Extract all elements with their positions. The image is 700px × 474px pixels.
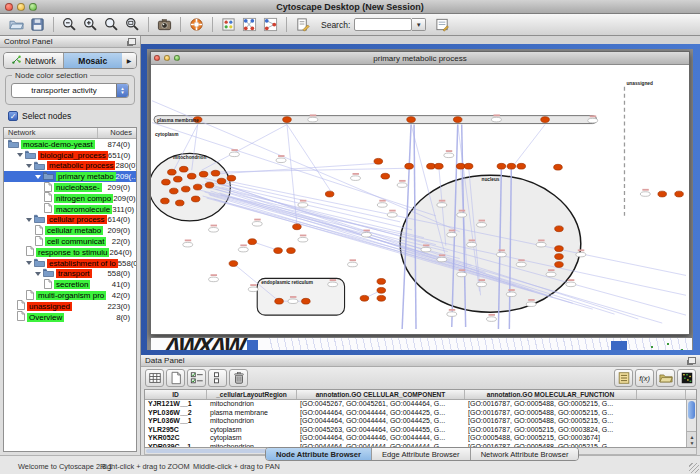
network-node-unselected[interactable] (209, 227, 219, 232)
network-node[interactable] (174, 176, 183, 182)
disclosure-triangle-icon[interactable] (26, 218, 32, 222)
network-node-unselected[interactable] (491, 117, 501, 122)
network-node-unselected[interactable] (457, 272, 467, 277)
network-node[interactable] (377, 287, 386, 293)
network-node[interactable] (161, 198, 170, 204)
network-node-unselected[interactable] (252, 222, 262, 227)
network-node-unselected[interactable] (576, 252, 586, 257)
tree-row-unassigned[interactable]: unassigned223(0) (4, 301, 136, 312)
network-node-unselected[interactable] (447, 312, 457, 317)
network-node[interactable] (675, 191, 684, 197)
network-node[interactable] (325, 191, 334, 197)
network-node[interactable] (453, 117, 462, 123)
network-node-unselected[interactable] (526, 302, 536, 307)
close-button[interactable] (5, 3, 13, 11)
network-node-unselected[interactable] (276, 158, 286, 163)
network-node-unselected[interactable] (308, 117, 318, 122)
network-node-unselected[interactable] (536, 242, 546, 247)
tab-network-attribute-browser[interactable]: Network Attribute Browser (471, 448, 579, 460)
tree-row-nucleobase-[interactable]: nucleobase-209(0) (4, 182, 136, 193)
network-node[interactable] (217, 178, 226, 184)
network-canvas[interactable]: plasma membranecytoplasmmitochondrionnuc… (151, 65, 689, 333)
layout-a-button[interactable] (239, 15, 260, 34)
table-column-header[interactable]: ID (145, 390, 207, 399)
network-node-unselected[interactable] (209, 277, 219, 282)
network-node-unselected[interactable] (640, 192, 650, 197)
tree-row-establishment-of-lo[interactable]: establishment of lo558(0) (4, 258, 136, 269)
matrix-button[interactable] (677, 369, 696, 387)
network-node[interactable] (507, 163, 516, 169)
network-node-unselected[interactable] (487, 317, 497, 322)
network-node-unselected[interactable] (447, 232, 457, 237)
network-node-unselected[interactable] (477, 223, 487, 228)
table-button[interactable] (145, 369, 164, 387)
float-data-panel-icon[interactable] (688, 357, 696, 364)
network-node-unselected[interactable] (248, 287, 258, 292)
background-window-strip[interactable]: ΛW̯XΛW (151, 337, 692, 350)
snapshot-button[interactable] (154, 15, 175, 34)
network-node[interactable] (211, 170, 220, 176)
network-node[interactable] (191, 196, 200, 202)
tree-column-network[interactable]: Network (4, 128, 98, 138)
vizmapper-button[interactable] (218, 15, 239, 34)
tree-column-nodes[interactable]: Nodes (98, 128, 136, 138)
network-node[interactable] (162, 179, 171, 185)
attribute-list-button[interactable] (614, 369, 633, 387)
network-node[interactable] (555, 262, 564, 268)
network-node[interactable] (287, 248, 296, 254)
network-node[interactable] (658, 191, 667, 197)
zoom-selected-button[interactable] (101, 15, 122, 34)
network-node-unselected[interactable] (437, 203, 447, 208)
network-node-unselected[interactable] (588, 118, 598, 123)
network-node-unselected[interactable] (397, 183, 407, 188)
network-node[interactable] (464, 163, 473, 169)
network-node-unselected[interactable] (496, 252, 506, 257)
network-node[interactable] (205, 182, 214, 188)
network-node[interactable] (168, 169, 177, 175)
network-node[interactable] (456, 163, 465, 169)
new-doc-button[interactable] (166, 369, 185, 387)
network-node-unselected[interactable] (298, 203, 308, 208)
tree-row-nitrogen-compo[interactable]: nitrogen compo209(0) (4, 193, 136, 204)
delete-attribute-button[interactable] (229, 369, 248, 387)
network-node[interactable] (275, 298, 284, 304)
network-node[interactable] (274, 248, 283, 254)
unselect-attributes-button[interactable] (208, 369, 227, 387)
network-node[interactable] (374, 158, 383, 164)
network-node[interactable] (248, 239, 257, 245)
network-zoom-button[interactable] (174, 55, 180, 61)
search-dropdown-button[interactable]: ▼ (412, 18, 426, 31)
network-node-unselected[interactable] (298, 237, 308, 242)
tree-row-cellular-process[interactable]: cellular process614(0) (4, 215, 136, 226)
table-row[interactable]: YKR052Ccytoplasm[GO:0044464, GO:0044446,… (145, 434, 696, 443)
network-node[interactable] (427, 163, 436, 169)
tree-row-primary-metabo[interactable]: primary metabo209(... (4, 171, 136, 182)
tab-edge-attribute-browser[interactable]: Edge Attribute Browser (372, 448, 471, 460)
table-row[interactable]: YJR121W__1mitochondrion[GO:0045267, GO:0… (145, 400, 696, 409)
network-node[interactable] (555, 226, 564, 232)
tree-row-secretion[interactable]: secretion41(0) (4, 279, 136, 290)
network-node[interactable] (555, 254, 564, 260)
table-column-header[interactable]: _cellularLayoutRegion (207, 390, 297, 399)
save-button[interactable] (27, 15, 48, 34)
network-node-unselected[interactable] (444, 153, 454, 158)
network-node[interactable] (517, 163, 526, 169)
layout-b-button[interactable] (260, 15, 281, 34)
network-node-unselected[interactable] (566, 282, 576, 287)
network-node-unselected[interactable] (467, 242, 477, 247)
disclosure-triangle-icon[interactable] (35, 175, 41, 179)
network-node[interactable] (283, 117, 292, 123)
network-node-unselected[interactable] (238, 247, 248, 252)
minimize-button[interactable] (17, 3, 25, 11)
network-node[interactable] (381, 173, 390, 179)
table-vertical-scrollbar[interactable]: ▲▼ (686, 400, 696, 447)
table-column-header[interactable]: annotation.GO CELLULAR_COMPONENT (297, 390, 465, 399)
select-nodes-checkbox[interactable]: ✓ (8, 111, 18, 121)
network-node-unselected[interactable] (477, 282, 487, 287)
network-node[interactable] (293, 224, 302, 230)
tree-row-response-to-stimulu[interactable]: response to stimulu264(0) (4, 247, 136, 258)
disclosure-triangle-icon[interactable] (35, 272, 41, 276)
help-button[interactable] (186, 15, 207, 34)
network-node-unselected[interactable] (457, 213, 467, 218)
network-node-unselected[interactable] (361, 232, 371, 237)
